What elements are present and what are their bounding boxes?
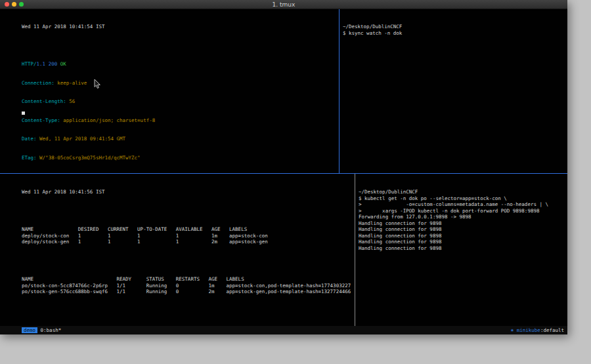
traffic-lights: [5, 2, 24, 7]
terminal-cursor: [22, 111, 25, 115]
http-header: Content-Type: application/json; charset=…: [22, 117, 339, 124]
status-right: ⎈ minikube:default: [511, 327, 564, 333]
close-window-button[interactable]: [5, 2, 9, 7]
window-title: 1. tmux: [0, 0, 567, 9]
titlebar[interactable]: 1. tmux: [0, 0, 567, 9]
pods-table: NAME READY STATUS RESTARTS AGE LABELS po…: [22, 276, 355, 295]
http-header: Connection: keep-alive: [22, 80, 339, 87]
terminal-window: 1. tmux Wed 11 Apr 2018 10:41:54 IST HTT…: [0, 0, 567, 334]
kubernetes-helm-icon: ⎈: [511, 327, 517, 333]
http-header: Date: Wed, 11 Apr 2018 09:41:54 GMT: [22, 136, 339, 142]
http-status-line: HTTP/1.1 200 OK: [22, 61, 339, 68]
pane-top-right[interactable]: ~/Desktop/DublinCNCF $ ksync watch -n do…: [339, 9, 567, 173]
pane-top-left[interactable]: Wed 11 Apr 2018 10:41:54 IST HTTP/1.1 20…: [0, 9, 339, 173]
zoom-window-button[interactable]: [19, 2, 24, 7]
kube-context: minikube: [517, 327, 540, 333]
minimize-window-button[interactable]: [12, 2, 16, 7]
pane-bottom-left[interactable]: Wed 11 Apr 2018 10:41:56 IST NAME DESIRE…: [0, 174, 355, 326]
timestamp-top-left: Wed 11 Apr 2018 10:41:54 IST: [22, 24, 339, 30]
pane-bottom-right[interactable]: ~/Desktop/DublinCNCF $ kubectl get -n do…: [355, 174, 567, 326]
timestamp-bottom-left: Wed 11 Apr 2018 10:41:56 IST: [22, 189, 355, 195]
status-left: demo 0:bash*: [22, 327, 61, 333]
pane-divider-horizontal[interactable]: [0, 173, 567, 174]
pane-divider-vertical-bottom[interactable]: [355, 174, 355, 326]
deployments-table: NAME DESIRED CURRENT UP-TO-DATE AVAILABL…: [22, 226, 355, 245]
http-header: ETag: W/"38-05coCsrg3mQ75sHr1d/qcMTwYZc": [22, 155, 339, 161]
mouse-cursor: [94, 79, 102, 90]
http-header: Content-Length: 56: [22, 98, 339, 105]
terminal-output-port-forward: ~/Desktop/DublinCNCF $ kubectl get -n do…: [359, 189, 567, 251]
session-name[interactable]: demo: [22, 327, 37, 333]
kube-namespace: :default: [540, 327, 564, 333]
terminal-output-ksync: ~/Desktop/DublinCNCF $ ksync watch -n do…: [343, 24, 567, 36]
pane-divider-vertical-top[interactable]: [339, 9, 339, 173]
window-tab-label[interactable]: 0:bash*: [41, 327, 62, 333]
tmux-status-bar: demo 0:bash* ⎈ minikube:default: [0, 326, 567, 334]
